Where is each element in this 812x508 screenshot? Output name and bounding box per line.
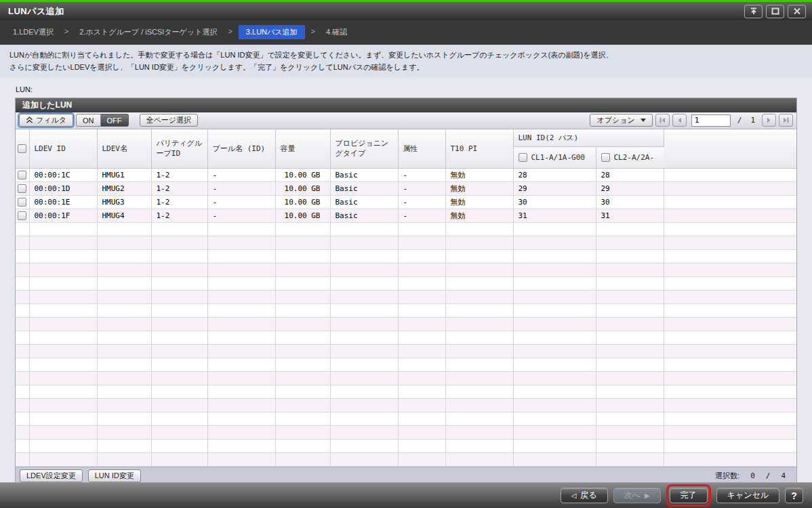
column-header-cl2-path[interactable]: CL2-A/2A-: [596, 147, 664, 169]
first-page-button[interactable]: [655, 114, 670, 127]
options-button[interactable]: オプション: [590, 114, 652, 127]
select-all-checkbox[interactable]: [18, 144, 26, 153]
column-group-lun-id: LUN ID(2 パス): [513, 129, 664, 147]
empty-cell: [29, 318, 97, 331]
cell: -: [207, 169, 275, 182]
empty-cell: [664, 318, 796, 331]
filter-on-button[interactable]: ON: [76, 114, 101, 127]
column-header-ldev-id[interactable]: LDEV ID: [29, 129, 97, 169]
cancel-button[interactable]: キャンセル: [716, 488, 779, 503]
empty-cell: [97, 385, 151, 399]
row-select-cell[interactable]: [16, 196, 29, 209]
column-header-cl1-path[interactable]: CL1-A/1A-G00: [513, 147, 596, 169]
empty-cell: [513, 358, 596, 372]
empty-cell: [596, 331, 664, 345]
step-lun-path-add[interactable]: 3.LUNパス追加: [239, 25, 305, 39]
empty-cell: [398, 399, 445, 412]
column-header-t10pi[interactable]: T10 PI: [445, 129, 513, 169]
step-hostgroup-select[interactable]: 2.ホストグループ / iSCSIターゲット選択: [75, 25, 222, 39]
empty-cell: [398, 263, 445, 277]
empty-cell: [330, 440, 398, 453]
next-page-button[interactable]: [762, 114, 776, 127]
table-row[interactable]: 00:00:1FHMUG41-2-10.00 GBBasic-無効3131: [16, 209, 796, 223]
column-header-provisioning-type[interactable]: プロビジョニングタイプ: [330, 129, 398, 169]
empty-cell: [330, 263, 398, 277]
column-header-pool-name[interactable]: プール名 (ID): [207, 129, 275, 169]
empty-cell: [596, 372, 664, 385]
row-select-cell[interactable]: [16, 169, 29, 182]
last-page-button[interactable]: [779, 114, 793, 127]
empty-cell: [16, 426, 29, 440]
filler-column-header: [664, 129, 796, 169]
filter-button[interactable]: フィルタ: [19, 114, 73, 127]
back-button[interactable]: ◁ 戻る: [561, 488, 608, 503]
cell: 29: [596, 182, 664, 196]
cell: -: [207, 182, 275, 196]
step-confirm[interactable]: 4.確認: [321, 25, 352, 39]
cell: 10.00 GB: [275, 209, 330, 223]
empty-cell: [596, 426, 664, 440]
table-row[interactable]: 00:00:1DHMUG21-2-10.00 GBBasic-無効2929: [16, 182, 796, 196]
row-select-cell[interactable]: [16, 182, 29, 196]
title-bar: LUNパス追加: [0, 2, 812, 20]
row-checkbox[interactable]: [18, 171, 26, 179]
table-row[interactable]: 00:00:1EHMUG31-2-10.00 GBBasic-無効3030: [16, 196, 796, 209]
rollup-icon[interactable]: [744, 5, 763, 18]
cell: 10.00 GB: [275, 169, 330, 182]
empty-cell: [330, 223, 398, 236]
column-header-attribute[interactable]: 属性: [398, 129, 445, 169]
row-checkbox[interactable]: [18, 198, 26, 207]
prev-page-button[interactable]: [672, 114, 687, 127]
row-checkbox[interactable]: [18, 211, 26, 220]
empty-cell: [445, 412, 513, 426]
select-all-pages-button[interactable]: 全ページ選択: [140, 114, 199, 127]
empty-cell: [330, 304, 398, 318]
empty-cell: [151, 385, 207, 399]
table-row[interactable]: 00:00:1CHMUG11-2-10.00 GBBasic-無効2828: [16, 169, 796, 182]
empty-cell: [207, 304, 275, 318]
lun-id-change-button[interactable]: LUN ID変更: [88, 469, 141, 482]
select-all-rows-cell[interactable]: [16, 129, 29, 169]
empty-cell: [445, 399, 513, 412]
cell: 10.00 GB: [275, 196, 330, 209]
column-header-capacity[interactable]: 容量: [275, 129, 330, 169]
selection-count-label: 選択数:: [715, 471, 739, 481]
maximize-icon[interactable]: [766, 5, 784, 18]
next-button: 次へ ▶: [613, 488, 661, 503]
empty-cell: [207, 426, 275, 440]
row-checkbox[interactable]: [18, 184, 26, 193]
row-select-cell[interactable]: [16, 209, 29, 223]
cell: -: [398, 169, 445, 182]
empty-cell: [151, 223, 207, 236]
empty-cell: [29, 385, 97, 399]
column-header-parity-group[interactable]: パリティグループID: [151, 129, 207, 169]
empty-cell: [275, 372, 330, 385]
cl2-path-checkbox[interactable]: [601, 153, 610, 162]
ldev-settings-change-button[interactable]: LDEV設定変更: [20, 469, 83, 482]
empty-cell: [513, 426, 596, 440]
empty-row: [16, 250, 796, 263]
column-header-ldev-name[interactable]: LDEV名: [97, 129, 151, 169]
empty-cell: [398, 345, 445, 358]
filter-off-button[interactable]: OFF: [101, 114, 129, 127]
filter-icon: [26, 117, 33, 124]
cl1-path-checkbox[interactable]: [519, 153, 527, 162]
empty-cell: [207, 263, 275, 277]
close-icon[interactable]: [788, 5, 806, 18]
help-button[interactable]: ?: [785, 488, 803, 503]
empty-cell: [445, 440, 513, 453]
step-separator: >: [58, 25, 75, 37]
empty-cell: [664, 426, 796, 440]
empty-cell: [207, 236, 275, 250]
cell: 無効: [445, 209, 513, 223]
empty-cell: [445, 291, 513, 304]
empty-cell: [596, 358, 664, 372]
step-ldev-select[interactable]: 1.LDEV選択: [8, 25, 58, 39]
empty-cell: [330, 331, 398, 345]
finish-button[interactable]: 完了: [670, 488, 708, 503]
main-content: LUN: 追加したLUN フィルタ ON OFF 全ページ選択 オプション: [0, 78, 812, 482]
empty-cell: [513, 318, 596, 331]
empty-cell: [207, 453, 275, 467]
page-number-input[interactable]: [691, 114, 731, 127]
empty-cell: [29, 453, 97, 467]
